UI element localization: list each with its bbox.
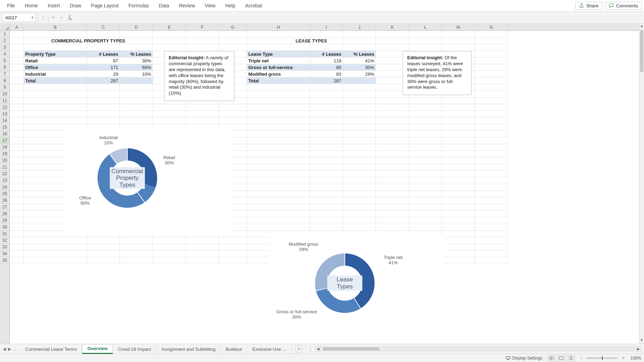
menu-item-home[interactable]: Home [20,0,43,11]
lease-row-name-2[interactable]: Modified gross [247,71,310,77]
view-page-layout-button[interactable] [557,355,565,361]
row-header-9[interactable]: 9 [0,84,9,91]
sheet-tab-buildout[interactable]: Buildout [221,345,247,354]
cancel-icon[interactable]: ✕ [49,13,58,22]
menu-item-data[interactable]: Data [154,0,174,11]
row-header-1[interactable]: 1 [0,31,9,37]
lease-row-n-2[interactable]: 83 [310,71,343,77]
tab-nav[interactable]: ◀ ▶ … [0,347,20,351]
column-headers[interactable]: ABCDEFGHIJKLMN [10,24,639,31]
col-header-C[interactable]: C [87,24,120,30]
row-header-15[interactable]: 15 [0,124,9,131]
prop-h-count[interactable]: # Leases [87,51,120,57]
sheet-tab-overview[interactable]: Overview [82,344,113,354]
vertical-scrollbar[interactable]: ▲ ▼ [639,24,644,344]
col-header-E[interactable]: E [153,24,186,30]
row-header-6[interactable]: 6 [0,64,9,71]
row-header-3[interactable]: 3 [0,44,9,51]
col-header-A[interactable]: A [10,24,24,30]
row-headers[interactable]: 1234567891011121314151617181920212223242… [0,31,10,344]
lease-row-n-0[interactable]: 119 [310,57,343,64]
row-header-16[interactable]: 16 [0,131,9,137]
accept-icon[interactable]: ✓ [58,13,66,22]
tab-nav-prev-icon[interactable]: ◀ [3,347,6,351]
zoom-out-button[interactable]: − [580,356,583,361]
comments-button[interactable]: Comments [605,2,642,10]
col-header-K[interactable]: K [376,24,409,30]
row-header-27[interactable]: 27 [0,204,9,211]
sheet-tab-assignment-and-subletting[interactable]: Assignment and Subletting [156,345,221,354]
prop-row-n-0[interactable]: 87 [87,57,120,64]
prop-row-n-1[interactable]: 171 [87,64,120,71]
lease-row-name-1[interactable]: Gross or full-service [247,64,310,71]
col-header-N[interactable]: N [475,24,508,30]
menu-item-acrobat[interactable]: Acrobat [240,0,267,11]
menu-item-page-layout[interactable]: Page Layout [86,0,124,11]
row-header-17[interactable]: 17 [0,137,9,144]
view-normal-button[interactable] [547,355,556,361]
view-page-break-button[interactable] [567,355,575,361]
row-header-12[interactable]: 12 [0,104,9,111]
sheet-tab-commercial-lease-terms[interactable]: Commercial Lease Terms [20,345,82,354]
hscroll-left-icon[interactable]: ◀ [315,346,321,352]
row-header-23[interactable]: 23 [0,177,9,184]
scroll-up-icon[interactable]: ▲ [639,24,644,29]
formula-input[interactable] [74,13,644,22]
row-header-25[interactable]: 25 [0,191,9,197]
sheet-tab-covid-19-impact[interactable]: Covid-19 Impact [113,345,156,354]
lease-row-p-0[interactable]: 41% [343,57,376,64]
row-header-28[interactable]: 28 [0,211,9,217]
row-header-7[interactable]: 7 [0,71,9,77]
row-header-21[interactable]: 21 [0,164,9,171]
lease-h-type[interactable]: Lease Type [247,51,310,57]
zoom-slider[interactable] [586,357,618,359]
prop-row-n-2[interactable]: 29 [87,71,120,77]
menu-item-draw[interactable]: Draw [65,0,86,11]
row-header-8[interactable]: 8 [0,77,9,84]
row-header-20[interactable]: 20 [0,157,9,164]
hscroll-thumb[interactable] [323,347,379,350]
scroll-thumb[interactable] [640,30,643,72]
lease-total-label[interactable]: Total [247,77,310,84]
prop-row-p-1[interactable]: 60% [120,64,153,71]
row-header-18[interactable]: 18 [0,144,9,151]
col-header-G[interactable]: G [219,24,247,30]
row-header-30[interactable]: 30 [0,224,9,231]
row-header-13[interactable]: 13 [0,111,9,117]
lease-row-n-1[interactable]: 85 [310,64,343,71]
display-settings-button[interactable]: Display Settings [506,356,542,361]
row-header-14[interactable]: 14 [0,117,9,124]
tab-nav-more-icon[interactable]: … [13,347,18,351]
lease-row-name-0[interactable]: Triple net [247,57,310,64]
prop-row-p-0[interactable]: 30% [120,57,153,64]
row-header-29[interactable]: 29 [0,217,9,224]
prop-h-type[interactable]: Property Type [24,51,87,57]
cell-grid[interactable]: COMMERCIAL PROPERTY TYPESLEASE TYPESProp… [10,31,639,344]
chart-commercial-property-types[interactable]: Commercial Property Types Industrial10% … [66,129,231,234]
col-header-I[interactable]: I [310,24,343,30]
lease-row-p-1[interactable]: 30% [343,64,376,71]
fb-more-icon[interactable]: ⋮ [39,13,47,22]
row-header-11[interactable]: 11 [0,97,9,104]
row-header-33[interactable]: 33 [0,244,9,251]
col-header-F[interactable]: F [186,24,219,30]
prop-total-n[interactable]: 287 [87,77,120,84]
prop-row-p-2[interactable]: 10% [120,71,153,77]
col-header-L[interactable]: L [409,24,442,30]
row-header-35[interactable]: 35 [0,257,9,264]
add-sheet-button[interactable]: ＋ [295,345,303,353]
menu-item-formulas[interactable]: Formulas [123,0,154,11]
row-header-5[interactable]: 5 [0,57,9,64]
menu-item-view[interactable]: View [200,0,220,11]
prop-row-name-1[interactable]: Office [24,64,87,71]
row-header-31[interactable]: 31 [0,231,9,237]
lease-total-n[interactable]: 287 [310,77,343,84]
menu-item-review[interactable]: Review [174,0,200,11]
row-header-19[interactable]: 19 [0,151,9,157]
scroll-down-icon[interactable]: ▼ [639,338,644,344]
chart-lease-types[interactable]: Lease Types Modified gross29% Triple net… [269,234,445,339]
insight-note-1[interactable]: Editorial Insight: A variety of commerci… [164,51,234,101]
row-header-2[interactable]: 2 [0,37,9,44]
prop-row-name-2[interactable]: Industrial [24,71,87,77]
col-header-D[interactable]: D [120,24,153,30]
